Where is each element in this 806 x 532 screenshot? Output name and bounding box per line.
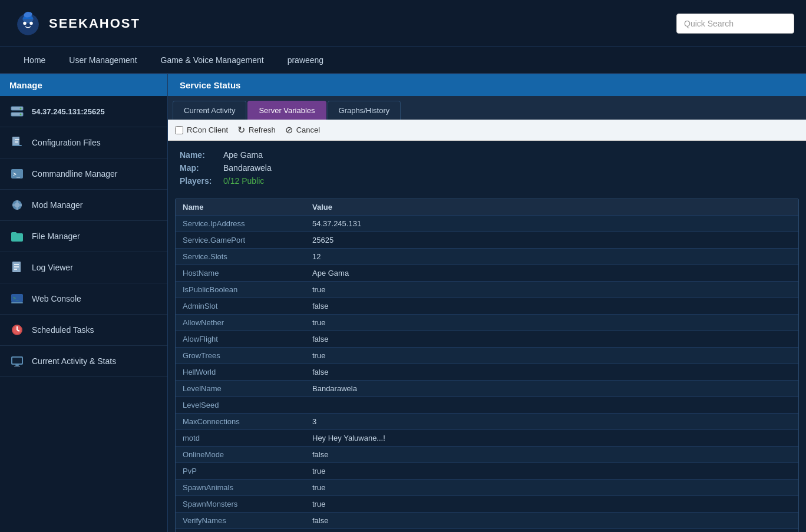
clock-icon — [9, 322, 25, 338]
logo-text: SEEKAHOST — [49, 16, 140, 31]
players-label: Players: — [180, 176, 221, 186]
mod-manager-label: Mod Manager — [32, 200, 82, 210]
table-row: Service.IpAddress 54.37.245.131 — [176, 216, 798, 232]
cell-value: true — [305, 348, 798, 364]
toolbar: RCon Client ↻ Refresh ⊘ Cancel — [168, 120, 806, 141]
table-row: OnlineMode false — [176, 447, 798, 463]
sidebar-item-scheduled-tasks[interactable]: Scheduled Tasks — [0, 315, 167, 346]
refresh-label: Refresh — [249, 125, 276, 134]
cell-value: 3 — [305, 414, 798, 429]
svg-rect-27 — [11, 302, 23, 303]
terminal-icon: >_ — [9, 166, 25, 181]
svg-point-8 — [20, 108, 22, 110]
table-row: MaxConnections 3 — [176, 414, 798, 430]
table-body: Service.IpAddress 54.37.245.131 Service.… — [176, 216, 798, 532]
cancel-label: Cancel — [296, 125, 320, 134]
name-label: Name: — [180, 150, 221, 160]
logo-icon — [12, 7, 44, 39]
sidebar: Manage 54.37.245.131:25625 — [0, 74, 168, 532]
table-row: Service.GamePort 25625 — [176, 232, 798, 249]
config-files-label: Configuration Files — [32, 138, 101, 147]
sidebar-item-server-id[interactable]: 54.37.245.131:25625 — [0, 96, 167, 127]
cell-name: PvP — [176, 463, 305, 479]
sidebar-item-current-activity[interactable]: Current Activity & Stats — [0, 346, 167, 377]
table-row: LevelSeed — [176, 397, 798, 414]
sidebar-item-web-console[interactable]: >_ Web Console — [0, 283, 167, 315]
col-value-header: Value — [305, 199, 798, 215]
tab-current-activity[interactable]: Current Activity — [173, 101, 246, 120]
rcon-client-checkbox[interactable] — [175, 126, 183, 134]
main-layout: Manage 54.37.245.131:25625 — [0, 74, 806, 532]
server-name-row: Name: Ape Gama — [180, 150, 794, 160]
nav-home[interactable]: Home — [12, 47, 57, 73]
cell-name: HostName — [176, 265, 305, 281]
tab-server-variables[interactable]: Server Variables — [247, 101, 326, 120]
cancel-button[interactable]: ⊘ Cancel — [285, 124, 320, 136]
svg-point-9 — [20, 114, 22, 115]
cell-value: 54.37.245.131 — [305, 216, 798, 232]
table-row: IsPublicBoolean true — [176, 282, 798, 298]
cell-name: LevelName — [176, 381, 305, 396]
table-row: HostName Ape Gama — [176, 265, 798, 282]
file-manager-label: File Manager — [32, 232, 80, 241]
cell-name: AlowFlight — [176, 331, 305, 347]
name-value: Ape Gama — [223, 150, 263, 160]
quick-search-input[interactable] — [676, 14, 794, 34]
cell-name: OnlineMode — [176, 447, 305, 462]
scheduled-tasks-label: Scheduled Tasks — [32, 325, 94, 335]
main-panel: Service Status Current Activity Server V… — [168, 74, 806, 532]
svg-rect-11 — [15, 139, 19, 140]
nav-user-management[interactable]: User Management — [57, 47, 148, 73]
cell-value: 12 — [305, 249, 798, 265]
players-value: 0/12 Public — [223, 176, 264, 186]
sidebar-item-file-manager[interactable]: File Manager — [0, 221, 167, 252]
cell-name: MaxConnections — [176, 414, 305, 429]
cell-name: IsPublicBoolean — [176, 282, 305, 298]
sidebar-item-log-viewer[interactable]: Log Viewer — [0, 252, 167, 283]
cell-name: ViewDistance — [176, 529, 305, 532]
rcon-client-checkbox-label[interactable]: RCon Client — [175, 125, 228, 134]
cell-name: motd — [176, 430, 305, 446]
table-header-row: Name Value — [176, 199, 798, 216]
svg-text:>_: >_ — [13, 171, 21, 178]
cell-name: SpawnAnimals — [176, 480, 305, 495]
tab-graphs-history[interactable]: Graphs/History — [328, 101, 401, 120]
page-header: SEEKAHOST — [0, 0, 806, 47]
cell-value: true — [305, 282, 798, 298]
sidebar-item-config-files[interactable]: Configuration Files — [0, 127, 167, 158]
nav-user-profile[interactable]: praweeng — [276, 47, 336, 73]
cell-name: Service.IpAddress — [176, 216, 305, 232]
mod-icon — [9, 197, 25, 213]
svg-rect-12 — [15, 141, 18, 143]
sidebar-item-commandline[interactable]: >_ Commandline Manager — [0, 158, 167, 190]
table-row: ViewDistance 10 — [176, 529, 798, 532]
map-label: Map: — [180, 163, 221, 173]
server-players-row: Players: 0/12 Public — [180, 176, 794, 186]
refresh-button[interactable]: ↻ Refresh — [237, 124, 276, 136]
cell-value: true — [305, 315, 798, 331]
nav-game-voice[interactable]: Game & Voice Management — [149, 47, 276, 73]
server-icon — [9, 104, 25, 119]
svg-point-4 — [29, 22, 33, 25]
server-info: Name: Ape Gama Map: Bandarawela Players:… — [168, 141, 806, 194]
svg-rect-35 — [15, 365, 19, 366]
cell-name: LevelSeed — [176, 397, 305, 413]
main-nav: Home User Management Game & Voice Manage… — [0, 47, 806, 74]
cell-value: 25625 — [305, 232, 798, 248]
document-icon — [9, 260, 25, 275]
content-header: Service Status — [168, 74, 806, 96]
table-row: AlowFlight false — [176, 331, 798, 348]
svg-rect-36 — [14, 366, 20, 366]
cell-value: true — [305, 463, 798, 479]
svg-point-17 — [15, 203, 19, 207]
cell-value: false — [305, 364, 798, 380]
table-row: motd Hey Hey Yaluwane...! — [176, 430, 798, 447]
cell-value: false — [305, 513, 798, 528]
cell-value: 10 — [305, 529, 798, 532]
tab-bar: Current Activity Server Variables Graphs… — [168, 96, 806, 120]
svg-rect-13 — [12, 145, 22, 146]
cancel-icon: ⊘ — [285, 124, 293, 136]
sidebar-item-mod-manager[interactable]: Mod Manager — [0, 190, 167, 221]
table-row: PvP true — [176, 463, 798, 480]
refresh-icon: ↻ — [237, 124, 245, 136]
